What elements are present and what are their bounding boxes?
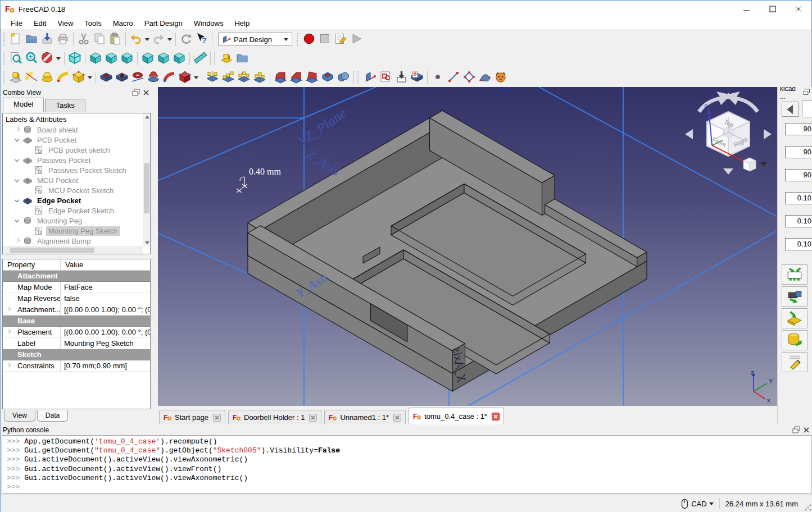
tree-item-mcu-pocket-sketch[interactable]: MCU Pocket Sketch	[3, 185, 143, 195]
3d-viewport[interactable]: YZ_Plane Z_Axis Y_Axis X_Axis XY_Plane 0…	[158, 87, 777, 406]
open-file-button[interactable]	[24, 31, 39, 47]
additive-pipe-button[interactable]	[55, 70, 71, 85]
save-button[interactable]	[39, 31, 55, 47]
menu-edit[interactable]: Edit	[28, 18, 52, 29]
map-sketch-button[interactable]	[393, 70, 409, 85]
polar-pattern-button[interactable]	[236, 70, 252, 85]
thickness-button[interactable]	[320, 70, 335, 85]
close-icon[interactable]	[492, 413, 500, 420]
chevron-right-icon[interactable]	[7, 307, 11, 311]
paste-button[interactable]	[107, 31, 123, 47]
property-row-placement[interactable]: Placement[(0.00 0.00 1.00); 0.00 °; (0..…	[3, 327, 150, 338]
print-button[interactable]	[55, 31, 71, 47]
validate-sketch-button[interactable]	[409, 70, 425, 85]
copy-button[interactable]	[92, 31, 107, 47]
multitransform-button[interactable]	[252, 70, 267, 85]
ksu-edit-button[interactable]	[782, 352, 808, 372]
chevron-down-icon[interactable]	[166, 31, 173, 47]
rear-view-button[interactable]	[140, 51, 156, 66]
view-mode-mini-cube[interactable]	[742, 157, 768, 172]
tree-item-edge-pocket-sketch[interactable]: Edge Pocket Sketch	[3, 205, 143, 216]
chevron-right-icon[interactable]	[15, 239, 20, 243]
document-tab-doorbell-holder-1[interactable]: FDoorbell Holder : 1	[228, 410, 321, 424]
blank-button[interactable]	[802, 100, 812, 117]
mirrored-button[interactable]	[205, 70, 220, 85]
property-value[interactable]: FlatFace	[61, 282, 150, 292]
toolbar-grip[interactable]	[3, 71, 6, 84]
tab-tasks[interactable]: Tasks	[45, 99, 85, 112]
boolean-button[interactable]	[335, 70, 351, 85]
measure-button[interactable]	[192, 51, 208, 66]
tree-item-edge-pocket[interactable]: Edge Pocket	[3, 195, 143, 205]
property-row-map-mode[interactable]: Map ModeFlatFace	[3, 282, 150, 293]
subtractive-box-button[interactable]	[177, 70, 193, 85]
menu-windows[interactable]: Windows	[188, 18, 229, 29]
tree-item-board-shield[interactable]: Board shield	[3, 125, 143, 135]
ksu-db-button[interactable]	[782, 330, 808, 350]
python-console-output[interactable]: >>> App.getDocument('tomu_0_4_case').rec…	[2, 435, 811, 493]
pad-button[interactable]	[8, 70, 24, 85]
macro-play-button[interactable]	[348, 31, 364, 47]
document-tab-unnamed1-1-[interactable]: FUnnamed1 : 1*	[324, 410, 406, 424]
chevron-down-icon[interactable]	[15, 138, 20, 142]
chevron-right-icon[interactable]	[7, 363, 11, 367]
chevron-down-icon[interactable]	[55, 51, 62, 66]
toolbar-grip[interactable]	[214, 52, 216, 65]
draft-button[interactable]	[304, 70, 320, 85]
left-view-button[interactable]	[171, 51, 187, 66]
toolbar-grip[interactable]	[3, 52, 6, 65]
additive-loft-button[interactable]	[39, 70, 55, 85]
tree-item-mounting-peg-sketch[interactable]: Mounting Peg Sketch	[3, 226, 143, 236]
chevron-down-icon[interactable]	[87, 70, 93, 85]
property-value[interactable]: [(0.00 0.00 1.00); 0.00 °; (0....	[61, 304, 150, 315]
chevron-down-icon[interactable]	[15, 218, 20, 223]
property-value[interactable]: [(0.00 0.00 1.00); 0.00 °; (0....	[61, 327, 150, 337]
property-row-map-reversed[interactable]: Map Reversedfalse	[3, 293, 150, 304]
groove-button[interactable]	[130, 70, 146, 85]
document-tab-start-page[interactable]: FStart page	[159, 410, 225, 424]
fillet-button[interactable]	[273, 70, 288, 85]
macro-edit-button[interactable]	[333, 31, 348, 47]
chevron-down-icon[interactable]	[144, 31, 151, 47]
edit-sketch-button[interactable]	[378, 70, 393, 85]
close-panel-icon[interactable]	[802, 426, 810, 434]
axonometric-view-button[interactable]	[67, 51, 83, 66]
tab-model[interactable]: Model	[3, 98, 44, 112]
property-row-label[interactable]: LabelMounting Peg Sketch	[3, 338, 150, 349]
ksu-parts-button[interactable]	[782, 286, 808, 307]
navigation-style-selector[interactable]: CAD	[681, 499, 713, 509]
float-panel-icon[interactable]	[792, 426, 800, 434]
front-view-button[interactable]	[88, 51, 103, 66]
minimize-button[interactable]	[734, 1, 760, 17]
sketch-bspline-button[interactable]	[477, 70, 493, 85]
sketch-line-button[interactable]	[446, 70, 461, 85]
close-icon[interactable]	[309, 414, 317, 422]
tree-item-passives-pocket[interactable]: Passives Pocket	[3, 155, 143, 165]
toolbar-grip[interactable]	[3, 33, 6, 45]
toolbar-grip[interactable]	[357, 71, 360, 84]
menu-tools[interactable]: Tools	[79, 18, 107, 29]
menu-part-design[interactable]: Part Design	[139, 18, 188, 29]
cut-button[interactable]	[76, 31, 92, 47]
close-panel-icon[interactable]	[142, 89, 150, 97]
chamfer-button[interactable]	[288, 70, 304, 85]
whats-this-button[interactable]: ?	[194, 31, 210, 47]
bottom-view-button[interactable]	[156, 51, 171, 66]
close-icon[interactable]	[393, 414, 401, 422]
tree-item-passives-pocket-sketch[interactable]: Passives Pocket Sketch	[3, 165, 143, 175]
kicad-value-field-1[interactable]: 90	[785, 123, 812, 135]
kicad-value-field-3[interactable]: 90	[785, 169, 812, 181]
property-row-constraints[interactable]: Constraints[0.70 mm;0.90 mm]	[3, 360, 150, 372]
additive-box-button[interactable]	[71, 70, 87, 85]
kicad-value-field-6[interactable]: 0.10	[785, 238, 812, 250]
ksu-export-button[interactable]	[782, 308, 808, 328]
property-row-attachment-[interactable]: Attachment...[(0.00 0.00 1.00); 0.00 °; …	[3, 304, 150, 316]
close-icon[interactable]	[213, 414, 221, 422]
create-body-button[interactable]	[219, 51, 234, 66]
subtractive-pipe-button[interactable]	[161, 70, 177, 85]
tab-view[interactable]: View	[4, 410, 35, 422]
macro-record-button[interactable]	[301, 31, 317, 47]
tree-item-pcb-pocket-sketch[interactable]: PCB pocket sketch	[3, 145, 143, 155]
top-view-button[interactable]	[103, 51, 119, 66]
right-view-button[interactable]	[119, 51, 135, 66]
